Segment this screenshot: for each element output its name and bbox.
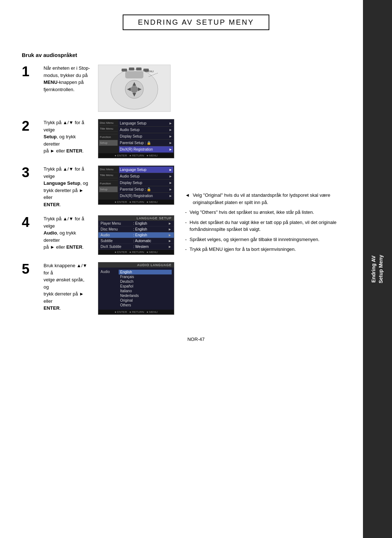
step-3-number: 3 bbox=[22, 165, 29, 180]
note-5-text: Trykk på MENU igjen for å ta bort skjerm… bbox=[189, 246, 296, 253]
svg-rect-1 bbox=[125, 71, 143, 78]
right-panel: Endring AVSetup Meny bbox=[363, 0, 392, 538]
step-2-text: Trykk på ▲/▼ for å velgeSetup, og trykk … bbox=[44, 119, 98, 155]
page-container: Endring AV Setup Meny Bruk av audiospråk… bbox=[0, 0, 392, 538]
note-3: - Hvis det språket du har valgt ikke er … bbox=[185, 219, 338, 233]
note-2: - Velg "Others" hvis det språket su ønsk… bbox=[185, 209, 338, 216]
menu1-footer: ● ENTER ● RETURN ● MENU bbox=[98, 153, 174, 158]
note-5-bullet: - bbox=[185, 246, 187, 253]
page-number: NOR-47 bbox=[22, 337, 370, 342]
audio-lang-footer: ● ENTER ● RETURN ● MENU bbox=[98, 310, 174, 314]
note-2-bullet: - bbox=[185, 209, 187, 216]
audio-option-original: Original bbox=[119, 298, 172, 303]
step-2-image: Disc Menu Title Menu Function Setup Lang… bbox=[98, 119, 178, 158]
note-1-text: Velg "Original" hvis du vil at standards… bbox=[193, 192, 338, 206]
note-3-bullet: - bbox=[185, 219, 187, 226]
step-1: 1 Når enheten er i Stop-modus, trykker d… bbox=[22, 65, 178, 112]
svg-rect-9 bbox=[129, 68, 134, 70]
step-4-image: LANGUAGE SETUP Player Menu : English ► D… bbox=[98, 215, 178, 255]
audio-option-espanol: Español bbox=[119, 284, 172, 289]
step-1-image: MENU bbox=[98, 65, 178, 112]
note-4-text: Språket velges, og skjermen går tilbake … bbox=[189, 236, 319, 243]
audio-option-italiano: Italiano bbox=[119, 289, 172, 293]
note-5: - Trykk på MENU igjen for å ta bort skje… bbox=[185, 246, 338, 253]
step-4-text: Trykk på ▲/▼ for å velgeAudio, og trykk … bbox=[44, 215, 98, 251]
step-5-image: AUDIO LANGUAGE Audio English Français De… bbox=[98, 262, 178, 315]
svg-rect-10 bbox=[136, 68, 142, 70]
step-5-text: Bruk knappene ▲/▼ for åvelge ønsket språ… bbox=[44, 262, 98, 312]
step-3-image: Disc Menu Title Menu Function Setup Lang… bbox=[98, 166, 178, 205]
remote-svg: MENU bbox=[100, 66, 169, 111]
section-heading: Bruk av audiospråket bbox=[22, 52, 370, 58]
menu2-footer: ● ENTER ● RETURN ● MENU bbox=[98, 200, 174, 204]
audio-list: English Français Deutsch Español Italian… bbox=[119, 270, 172, 307]
step-2: 2 Trykk på ▲/▼ for å velgeSetup, og tryk… bbox=[22, 119, 178, 158]
page-title: Endring AV Setup Meny bbox=[138, 18, 254, 27]
lang-setup-header: LANGUAGE SETUP bbox=[98, 216, 174, 221]
step-4-number: 4 bbox=[22, 215, 29, 230]
step-1-text: Når enheten er i Stop-modus, trykker du … bbox=[44, 65, 98, 93]
step-1-number: 1 bbox=[22, 64, 29, 79]
notes-column: ◄ Velg "Original" hvis du vil at standar… bbox=[185, 65, 338, 322]
step-3: 3 Trykk på ▲/▼ for å velgeLanguage Setup… bbox=[22, 166, 178, 208]
lang-setup-footer: ● ENTER ● RETURN ● MENU bbox=[98, 250, 174, 254]
title-box: Endring AV Setup Meny bbox=[123, 15, 269, 30]
step-3-text: Trykk på ▲/▼ for å velgeLanguage Setup, … bbox=[44, 166, 98, 208]
step-5: 5 Bruk knappene ▲/▼ for åvelge ønsket sp… bbox=[22, 262, 178, 315]
svg-text:MENU: MENU bbox=[145, 70, 154, 73]
steps-column: 1 Når enheten er i Stop-modus, trykker d… bbox=[22, 65, 178, 322]
audio-option-francais: Français bbox=[119, 274, 172, 279]
note-3-text: Hvis det språket du har valgt ikke er ta… bbox=[189, 219, 338, 233]
audio-option-nederlands: Nederlands bbox=[119, 293, 172, 298]
audio-lang-header: AUDIO LANGUAGE bbox=[98, 262, 174, 268]
audio-label: Audio bbox=[101, 270, 119, 307]
right-panel-text: Endring AVSetup Meny bbox=[370, 255, 384, 284]
note-1: ◄ Velg "Original" hvis du vil at standar… bbox=[185, 192, 338, 206]
step-5-number: 5 bbox=[22, 261, 29, 277]
note-4-bullet: - bbox=[185, 236, 187, 243]
note-2-text: Velg "Others" hvis det språket su ønsket… bbox=[189, 209, 314, 216]
audio-option-deutsch: Deutsch bbox=[119, 279, 172, 284]
svg-point-7 bbox=[131, 86, 138, 93]
note-4: - Språket velges, og skjermen går tilbak… bbox=[185, 236, 338, 243]
audio-option-others: Others bbox=[119, 303, 172, 307]
step-4: 4 Trykk på ▲/▼ for å velgeAudio, og tryk… bbox=[22, 215, 178, 255]
svg-rect-8 bbox=[122, 69, 127, 72]
audio-option-english: English bbox=[119, 270, 172, 274]
note-1-bullet: ◄ bbox=[185, 192, 190, 199]
step-2-number: 2 bbox=[22, 118, 29, 134]
